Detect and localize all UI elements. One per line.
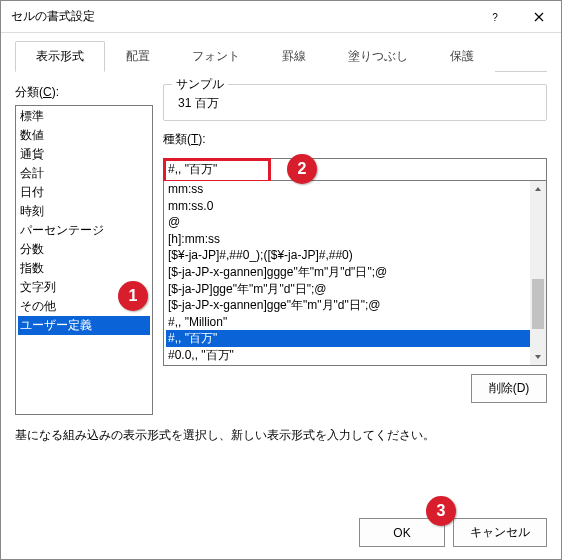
format-list-item[interactable]: [$-ja-JP]gge"年"m"月"d"日";@: [166, 281, 530, 298]
scroll-up-icon[interactable]: [530, 181, 546, 197]
annotation-badge-1: 1: [118, 281, 148, 311]
tab-alignment[interactable]: 配置: [105, 41, 171, 72]
delete-row: 削除(D): [163, 374, 547, 403]
format-list-item[interactable]: #0.0,, "百万": [166, 347, 530, 364]
close-icon: [534, 12, 544, 22]
titlebar: セルの書式設定 ?: [1, 1, 561, 33]
format-list-item[interactable]: #0.0,, "M": [166, 364, 530, 366]
delete-button[interactable]: 削除(D): [471, 374, 547, 403]
details-panel: サンプル 31 百万 種類(T): 2 mm:ss mm:ss.0 @ [h]:…: [163, 82, 547, 415]
annotation-badge-2: 2: [287, 154, 317, 184]
category-item-standard[interactable]: 標準: [18, 107, 150, 126]
help-button[interactable]: ?: [473, 2, 517, 32]
format-list-item[interactable]: #,, "Million": [166, 314, 530, 331]
format-list[interactable]: mm:ss mm:ss.0 @ [h]:mm:ss [$¥-ja-JP]#,##…: [163, 181, 547, 366]
cancel-button[interactable]: キャンセル: [453, 518, 547, 547]
scroll-thumb[interactable]: [532, 279, 544, 329]
tab-font[interactable]: フォント: [171, 41, 261, 72]
scroll-down-icon[interactable]: [530, 349, 546, 365]
tabstrip: 表示形式 配置 フォント 罫線 塗りつぶし 保護: [1, 33, 561, 72]
category-item-number[interactable]: 数値: [18, 126, 150, 145]
window-title: セルの書式設定: [11, 8, 473, 25]
help-icon: ?: [490, 12, 500, 22]
category-item-accounting[interactable]: 会計: [18, 164, 150, 183]
category-label: 分類(C):: [15, 84, 153, 101]
category-item-custom[interactable]: ユーザー定義: [18, 316, 150, 335]
format-code-input[interactable]: [163, 158, 547, 181]
content-area: 分類(C): 標準 数値 通貨 会計 日付 時刻 パーセンテージ 分数 指数 文…: [1, 72, 561, 415]
format-list-item[interactable]: mm:ss: [166, 181, 530, 198]
format-list-item[interactable]: #,, "百万": [166, 330, 530, 347]
dialog-footer: OK キャンセル: [359, 518, 547, 547]
category-item-date[interactable]: 日付: [18, 183, 150, 202]
annotation-badge-3: 3: [426, 496, 456, 526]
svg-text:?: ?: [492, 12, 498, 22]
sample-group: サンプル 31 百万: [163, 84, 547, 121]
category-list[interactable]: 標準 数値 通貨 会計 日付 時刻 パーセンテージ 分数 指数 文字列 その他 …: [15, 105, 153, 415]
hint-text: 基になる組み込みの表示形式を選択し、新しい表示形式を入力してください。: [1, 415, 561, 444]
format-list-item[interactable]: [h]:mm:ss: [166, 231, 530, 248]
category-item-currency[interactable]: 通貨: [18, 145, 150, 164]
category-item-fraction[interactable]: 分数: [18, 240, 150, 259]
category-item-time[interactable]: 時刻: [18, 202, 150, 221]
tab-protection[interactable]: 保護: [429, 41, 495, 72]
tab-number-format[interactable]: 表示形式: [15, 41, 105, 72]
format-list-item[interactable]: [$-ja-JP-x-gannen]gge"年"m"月"d"日";@: [166, 297, 530, 314]
format-list-scrollbar[interactable]: [530, 181, 546, 365]
scroll-track[interactable]: [530, 197, 546, 349]
type-input-wrap: 2: [163, 158, 547, 181]
format-list-item[interactable]: @: [166, 214, 530, 231]
sample-value: 31 百万: [172, 95, 538, 112]
type-label: 種類(T):: [163, 131, 547, 148]
format-list-item[interactable]: [$-ja-JP-x-gannen]ggge"年"m"月"d"日";@: [166, 264, 530, 281]
format-list-item[interactable]: mm:ss.0: [166, 198, 530, 215]
category-panel: 分類(C): 標準 数値 通貨 会計 日付 時刻 パーセンテージ 分数 指数 文…: [15, 82, 153, 415]
close-button[interactable]: [517, 2, 561, 32]
format-list-item[interactable]: [$¥-ja-JP]#,##0_);([$¥-ja-JP]#,##0): [166, 247, 530, 264]
tab-border[interactable]: 罫線: [261, 41, 327, 72]
tab-fill[interactable]: 塗りつぶし: [327, 41, 429, 72]
category-item-scientific[interactable]: 指数: [18, 259, 150, 278]
category-item-percentage[interactable]: パーセンテージ: [18, 221, 150, 240]
sample-label: サンプル: [172, 76, 228, 93]
